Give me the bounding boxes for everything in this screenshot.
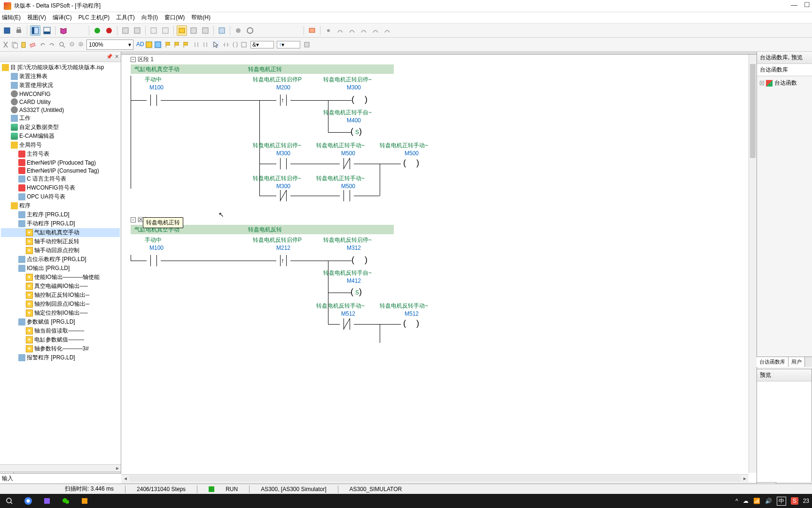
ladder-network-1[interactable]: 手动中 M100 转盘电机正转启停P M200 ↑ 转盘电机正转启停~ M300… <box>131 76 747 207</box>
copy-icon[interactable] <box>11 41 18 48</box>
library-tree[interactable]: + 台达函数 <box>757 76 812 90</box>
tb-d-icon[interactable] <box>160 25 171 36</box>
panel1-icon[interactable] <box>30 25 40 36</box>
tab-user-lib[interactable]: 用户 <box>789 357 805 367</box>
paste-icon[interactable] <box>20 41 27 48</box>
tree-item[interactable]: EtherNet/IP (Produced Tag) <box>1 159 120 167</box>
contact-pulse[interactable]: ↑ <box>276 255 290 266</box>
tree-item[interactable]: AS332T (Untitled) <box>1 106 120 114</box>
contact-nc[interactable] <box>340 158 354 169</box>
tree-item[interactable]: 轴定位控制IO输出── <box>1 309 120 318</box>
tree-item[interactable]: HWCONFIG <box>1 90 120 98</box>
addr-icon[interactable]: ADDR <box>136 41 144 48</box>
contact-pulse[interactable]: ↑ <box>276 95 290 106</box>
redo-icon[interactable] <box>48 41 55 48</box>
section-2-header[interactable]: − 区段 2 <box>121 215 757 225</box>
sidebar-hscroll[interactable]: ▸ <box>0 464 121 472</box>
tray-cloud-icon[interactable]: ☁ <box>743 498 749 504</box>
menu-plc[interactable]: PLC 主机(P) <box>78 14 110 22</box>
tree-item[interactable]: C 语言主符号表 <box>1 175 120 183</box>
print-icon[interactable] <box>14 25 24 36</box>
tree-item[interactable]: 点位示教程序 [PRG,LD] <box>1 255 120 264</box>
lad2-icon[interactable] <box>202 41 209 48</box>
tray-time[interactable]: 23 <box>803 498 809 504</box>
tree-item[interactable]: 装置注释表 <box>1 72 120 81</box>
tb-h-icon[interactable] <box>217 25 227 36</box>
arc2-icon[interactable] <box>347 25 357 36</box>
tb-a-icon[interactable] <box>120 25 131 36</box>
coil-icon[interactable]: ( ) <box>231 41 239 48</box>
tray-sogou-icon[interactable]: S <box>791 497 798 505</box>
tree-item[interactable]: 主程序 [PRG,LD] <box>1 210 120 219</box>
tray-wifi-icon[interactable]: 📶 <box>753 498 760 504</box>
flag1-icon[interactable] <box>164 41 172 48</box>
tb-g-icon[interactable] <box>200 25 211 36</box>
editor-vscroll[interactable] <box>749 55 757 473</box>
tree-item[interactable]: CARD Utility <box>1 98 120 106</box>
contact-no[interactable] <box>147 95 161 106</box>
flag2-icon[interactable] <box>173 41 181 48</box>
dot-icon[interactable] <box>323 25 334 36</box>
mode2-icon[interactable] <box>154 41 162 48</box>
menu-wizard[interactable]: 向导(I) <box>141 14 158 22</box>
zoom-combo[interactable]: 100%▾ <box>86 40 133 50</box>
menu-compile[interactable]: 编译(C) <box>53 14 72 22</box>
book-icon[interactable] <box>58 25 69 36</box>
section-1-header[interactable]: − 区段 1 <box>121 55 757 64</box>
contact-no[interactable] <box>276 158 290 169</box>
taskbar-chrome[interactable] <box>21 495 36 507</box>
tree-item[interactable]: 参数赋值 [PRG,LD] <box>1 318 120 326</box>
tb-c-icon[interactable] <box>148 25 159 36</box>
tree-item[interactable]: 轴控制正反转IO输出─ <box>1 291 120 300</box>
arc5-icon[interactable] <box>382 25 392 36</box>
taskbar-app1[interactable] <box>39 495 55 507</box>
tree-item[interactable]: 气缸电机真空手动 <box>1 228 120 237</box>
coil[interactable]: ( ) <box>351 255 369 265</box>
tb-i-icon[interactable] <box>233 25 243 36</box>
tb-f-icon[interactable] <box>188 25 199 36</box>
tree-item[interactable]: 电缸参数赋值──── <box>1 335 120 344</box>
tree-item[interactable]: 自定义数据类型 <box>1 123 120 132</box>
contact-nc[interactable] <box>340 318 354 330</box>
tb-b-icon[interactable] <box>132 25 142 36</box>
section-1-titlebar[interactable]: 气缸电机真空手动 转盘电机正转 <box>131 64 394 74</box>
coil[interactable]: ( ) <box>351 95 369 104</box>
tb-j-icon[interactable] <box>245 25 255 36</box>
collapse-icon[interactable]: − <box>131 217 136 222</box>
up-combo[interactable]: ↑▾ <box>277 41 300 48</box>
tray-speaker-icon[interactable]: 🔊 <box>765 498 772 504</box>
contact-nc[interactable] <box>276 190 290 201</box>
tree-item[interactable]: 装置使用状况 <box>1 81 120 90</box>
menu-edit[interactable]: 编辑(E) <box>2 14 21 22</box>
tree-item[interactable]: 工作 <box>1 114 120 123</box>
tree-item[interactable]: 真空电磁阀IO输出── <box>1 282 120 291</box>
ladder-network-2[interactable]: 手动中 M100 转盘电机反转启停P M212 ↑ 转盘电机反转启停~ M312… <box>131 236 747 349</box>
panel2-icon[interactable] <box>42 25 52 36</box>
tree-item[interactable]: 轴手动控制正反转 <box>1 237 120 246</box>
tree-item[interactable]: 手动程序 [PRG,LD] <box>1 219 120 228</box>
taskbar-ispsoft[interactable] <box>77 495 92 507</box>
library-root-item[interactable]: + 台达函数 <box>759 78 810 88</box>
menu-tools[interactable]: 工具(T) <box>116 14 134 22</box>
arc1-icon[interactable] <box>335 25 345 36</box>
lad1-icon[interactable] <box>193 41 200 48</box>
zoomin-icon[interactable] <box>78 41 85 48</box>
arc3-icon[interactable] <box>359 25 369 36</box>
tree-item[interactable]: HWCONFIG符号表 <box>1 183 120 192</box>
expand-icon[interactable]: + <box>760 81 764 85</box>
offline-icon[interactable] <box>104 25 114 36</box>
tree-item[interactable]: 轴当前值读取──── <box>1 326 120 335</box>
cursor-icon[interactable] <box>212 41 219 48</box>
undo-icon[interactable] <box>39 41 47 48</box>
tree-item[interactable]: IO输出 [PRG,LD] <box>1 264 120 273</box>
contact-icon[interactable] <box>222 41 230 48</box>
tree-item[interactable]: 使能IO输出─────轴使能 <box>1 273 120 282</box>
tree-item[interactable]: 程序 <box>1 201 120 210</box>
save-icon[interactable] <box>2 25 12 36</box>
tb-e-icon[interactable] <box>177 25 187 36</box>
tree-item[interactable]: E-CAM编辑器 <box>1 132 120 141</box>
taskbar-search[interactable] <box>2 495 17 507</box>
maximize-button[interactable]: ☐ <box>804 1 810 8</box>
find-icon[interactable] <box>58 41 66 48</box>
tree-item[interactable]: 报警程序 [PRG,LD] <box>1 353 120 362</box>
